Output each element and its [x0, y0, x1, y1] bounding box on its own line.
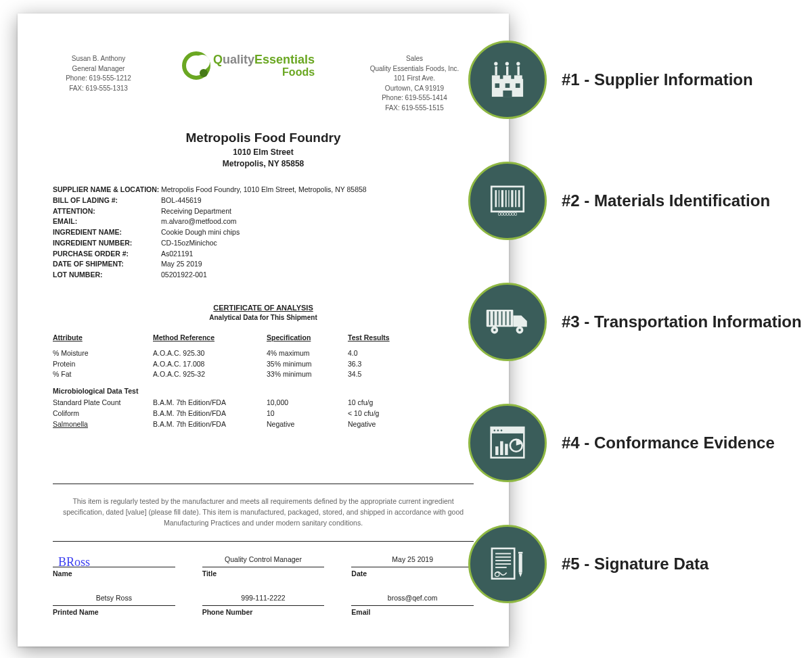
phone: Phone: 619-555-1414	[355, 93, 474, 103]
signature-label: Printed Name	[53, 608, 175, 616]
shipment-metadata: SUPPLIER NAME & LOCATION:Metropolis Food…	[53, 185, 474, 281]
signature-value: bross@qef.com	[351, 592, 474, 606]
meta-key: LOT NUMBER:	[53, 270, 161, 281]
signature-value: Betsy Ross	[53, 592, 175, 606]
meta-key: BILL OF LADING #:	[53, 195, 161, 206]
meta-value: Metropolis Food Foundry, 1010 Elm Street…	[161, 185, 367, 195]
meta-value: Cookie Dough mini chips	[161, 227, 240, 238]
svg-rect-21	[515, 190, 516, 207]
callout-label: #3 - Transportation Information	[562, 312, 802, 331]
svg-rect-12	[516, 83, 520, 88]
svg-rect-2	[503, 75, 511, 80]
signature-cell: BRossName	[53, 554, 175, 578]
meta-value: BOL-445619	[161, 195, 202, 206]
callout-label: #5 - Signature Data	[562, 555, 708, 573]
signature-label: Name	[53, 569, 175, 578]
svg-rect-11	[505, 83, 510, 88]
disclaimer-text: This item is regularly tested by the man…	[53, 496, 474, 528]
callout-item: 0000000#2 - Materials Identification	[468, 162, 802, 240]
table-row: % MoistureA.O.A.C. 925.304% maximum4.0	[53, 348, 474, 359]
meta-row: ATTENTION:Receiving Department	[53, 206, 474, 217]
addressee-block: Metropolis Food Foundry 1010 Elm Street …	[53, 131, 474, 168]
svg-rect-40	[495, 446, 498, 455]
micro-header: Microbiological Data Test	[53, 387, 148, 395]
meta-value: Receiving Department	[161, 206, 231, 217]
company-logo: QualityEssentials Foods	[182, 51, 317, 80]
svg-rect-22	[518, 190, 520, 207]
svg-point-50	[495, 572, 499, 576]
contact-role: General Manager	[53, 64, 144, 74]
svg-point-34	[518, 329, 521, 331]
table-row: ProteinA.O.A.C. 17.00835% minimum36.3	[53, 359, 474, 370]
signature-cell: 999-111-2222Phone Number	[202, 592, 325, 616]
meta-key: EMAIL:	[53, 216, 161, 227]
signature-icon	[468, 525, 547, 603]
svg-rect-16	[499, 190, 499, 207]
callout-list: #1 - Supplier Information0000000#2 - Mat…	[468, 41, 802, 646]
svg-rect-3	[514, 75, 522, 80]
factory-icon	[468, 41, 547, 119]
divider	[53, 541, 474, 542]
signature-value: BRoss	[53, 554, 175, 567]
meta-value: As021191	[161, 249, 193, 260]
callout-item: #4 - Conformance Evidence	[468, 404, 802, 482]
meta-row: EMAIL:m.alvaro@metfood.com	[53, 216, 474, 227]
signature-value: 999-111-2222	[202, 592, 325, 606]
meta-row: SUPPLIER NAME & LOCATION:Metropolis Food…	[53, 185, 474, 195]
meta-value: May 25 2019	[161, 259, 202, 270]
col-result: Test Results	[348, 333, 429, 342]
svg-point-7	[494, 62, 497, 66]
analysis-table: Attribute Method Reference Specification…	[53, 333, 474, 430]
meta-row: BILL OF LADING #:BOL-445619	[53, 195, 474, 206]
signature-value: Quality Control Manager	[202, 554, 325, 567]
svg-rect-1	[492, 75, 500, 80]
svg-point-37	[494, 429, 496, 431]
svg-rect-18	[505, 190, 507, 207]
col-attribute: Attribute	[53, 333, 153, 342]
signature-label: Title	[202, 569, 325, 578]
svg-point-8	[505, 62, 509, 66]
table-row: SalmonellaB.A.M. 7th Edition/FDANegative…	[53, 419, 474, 430]
svg-rect-19	[508, 190, 509, 207]
svg-point-38	[497, 429, 499, 431]
signature-cell: Quality Control ManagerTitle	[202, 554, 325, 578]
svg-rect-41	[500, 441, 503, 454]
table-row: ColiformB.A.M. 7th Edition/FDA10< 10 cfu…	[53, 408, 474, 419]
header-left: Susan B. Anthony General Manager Phone: …	[53, 54, 144, 93]
svg-point-33	[493, 329, 496, 331]
svg-rect-24	[487, 310, 514, 327]
svg-rect-53	[518, 552, 522, 554]
callout-item: #1 - Supplier Information	[468, 41, 802, 119]
meta-key: PURCHASE ORDER #:	[53, 249, 161, 260]
svg-point-39	[501, 429, 503, 431]
svg-rect-20	[511, 190, 513, 207]
meta-row: INGREDIENT NAME:Cookie Dough mini chips	[53, 227, 474, 238]
addr: 101 First Ave.	[355, 74, 474, 84]
table-row: Standard Plate CountB.A.M. 7th Edition/F…	[53, 398, 474, 408]
meta-value: CD-15ozMinichoc	[161, 238, 217, 249]
document-header: Susan B. Anthony General Manager Phone: …	[53, 54, 474, 113]
meta-key: ATTENTION:	[53, 206, 161, 217]
cert-subtitle: Analytical Data for This Shipment	[53, 314, 474, 321]
svg-rect-6	[518, 66, 520, 75]
signature-label: Email	[351, 608, 474, 616]
svg-rect-42	[505, 444, 508, 455]
meta-value: 05201922-001	[161, 270, 207, 281]
meta-key: INGREDIENT NAME:	[53, 227, 161, 238]
meta-value: m.alvaro@metfood.com	[161, 216, 237, 227]
meta-key: DATE OF SHIPMENT:	[53, 259, 161, 270]
signature-cell: bross@qef.comEmail	[351, 592, 474, 616]
cert-title: CERTIFICATE OF ANALYSIS	[53, 304, 474, 312]
callout-label: #1 - Supplier Information	[562, 70, 753, 89]
svg-marker-52	[519, 573, 522, 577]
svg-rect-5	[506, 66, 508, 75]
meta-row: LOT NUMBER:05201922-001	[53, 270, 474, 281]
svg-rect-13	[503, 91, 512, 97]
svg-rect-17	[501, 190, 503, 207]
header-right: Sales Quality Essentials Foods, Inc. 101…	[355, 54, 474, 113]
col-spec: Specification	[267, 333, 348, 342]
signature-label: Phone Number	[202, 608, 325, 616]
signature-cell: Betsy RossPrinted Name	[53, 592, 175, 616]
callout-item: #5 - Signature Data	[468, 525, 802, 603]
contact-phone: Phone: 619-555-1212	[53, 74, 144, 84]
